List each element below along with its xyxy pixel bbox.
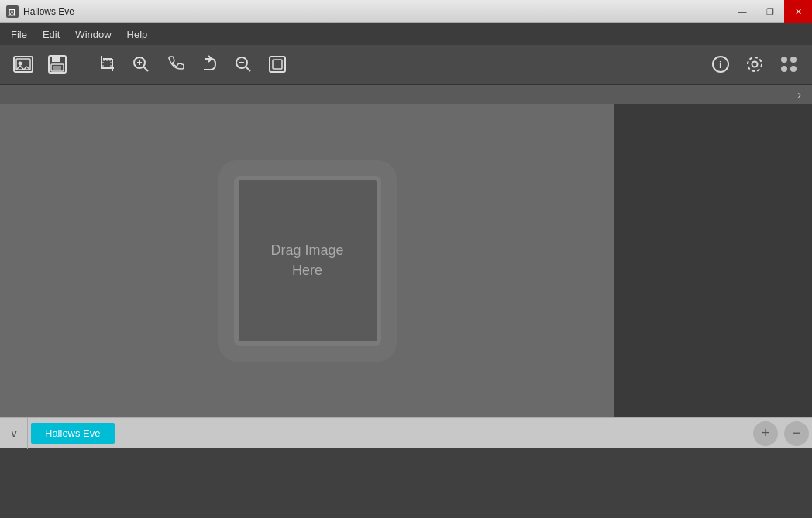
svg-point-30 [790,66,797,72]
redo-button[interactable] [194,49,225,80]
tab-hallows-eve[interactable]: Hallows Eve [31,423,115,444]
chevron-right-button[interactable]: › [793,87,806,102]
info-button[interactable]: i [705,49,736,80]
chevron-bar: › [0,85,812,104]
menu-bar: File Edit Window Help [0,23,812,45]
menu-edit[interactable]: Edit [35,26,67,43]
bottom-area [0,448,812,518]
drop-zone-outer: Drag ImageHere [218,160,397,362]
svg-point-26 [748,57,762,71]
svg-point-29 [781,66,787,72]
svg-point-4 [19,62,22,66]
menu-file[interactable]: File [3,26,35,43]
tab-bar: ∨ Hallows Eve + − [0,417,812,448]
svg-rect-21 [270,57,285,72]
app-icon: 🖼 [6,5,19,18]
svg-point-28 [790,57,797,63]
minimize-button[interactable]: — [728,0,756,23]
window-title: Hallows Eve [23,6,74,17]
phone-button[interactable] [160,49,191,80]
close-button[interactable]: ✕ [784,0,812,23]
svg-line-17 [143,67,148,71]
svg-text:🖼: 🖼 [8,8,16,17]
svg-rect-13 [103,60,111,68]
main-area: Drag ImageHere [0,104,812,417]
svg-text:i: i [719,59,722,70]
svg-point-25 [752,62,758,67]
zoom-in-button[interactable] [126,49,157,80]
right-panel [614,104,812,417]
crop-button[interactable] [91,49,122,80]
effects-button[interactable] [773,49,804,80]
svg-rect-6 [52,56,60,62]
svg-line-20 [246,67,250,71]
svg-point-27 [781,57,787,63]
settings-button[interactable] [739,49,770,80]
drop-zone-inner[interactable]: Drag ImageHere [234,176,381,346]
chevron-down-icon: ∨ [10,427,18,440]
title-bar: 🖼 Hallows Eve — ❐ ✕ [0,0,812,23]
tab-expand-button[interactable]: ∨ [0,418,28,449]
tab-add-button[interactable]: + [753,421,778,446]
tab-remove-button[interactable]: − [784,421,809,446]
fit-button[interactable] [262,49,293,80]
svg-rect-22 [273,60,282,69]
menu-help[interactable]: Help [119,26,156,43]
menu-window[interactable]: Window [67,26,119,43]
open-image-button[interactable] [8,49,39,80]
zoom-out-button[interactable] [228,49,259,80]
drop-zone-text: Drag ImageHere [270,241,343,280]
canvas-area[interactable]: Drag ImageHere [0,104,614,417]
save-button[interactable] [42,49,73,80]
svg-rect-8 [53,66,61,70]
restore-button[interactable]: ❐ [756,0,784,23]
window-controls: — ❐ ✕ [728,0,812,23]
toolbar: i [0,45,812,85]
